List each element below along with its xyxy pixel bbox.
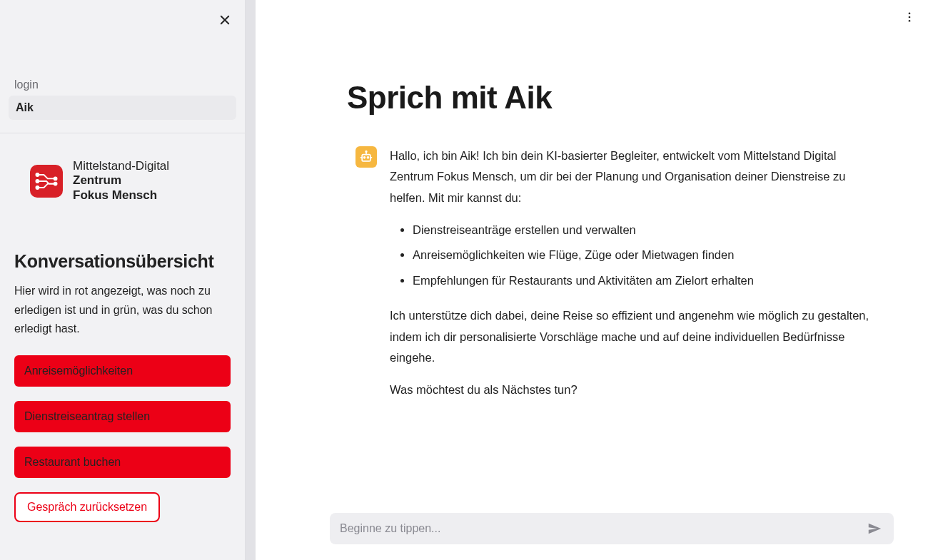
svg-point-2: [36, 173, 39, 176]
send-icon: [867, 521, 882, 536]
brand-block: Mittelstand-Digital Zentrum Fokus Mensch: [0, 133, 245, 221]
message-bullet: Empfehlungen für Restaurants und Aktivit…: [413, 270, 877, 291]
close-icon: [218, 14, 231, 26]
chat-content: Sprich mit Aik Hallo, ich bin Aik! Ich b…: [256, 0, 928, 502]
reset-conversation-button[interactable]: Gespräch zurücksetzen: [14, 492, 160, 522]
assistant-message-body: Hallo, ich bin Aik! Ich bin dein KI-basi…: [390, 146, 877, 412]
svg-point-9: [909, 20, 911, 22]
brand-line-3: Fokus Mensch: [73, 188, 169, 203]
svg-point-12: [365, 151, 367, 153]
login-label: login: [14, 78, 245, 91]
todo-button-travel-options[interactable]: Anreisemöglichkeiten: [14, 355, 231, 387]
message-outro-2: Was möchtest du als Nächstes tun?: [390, 380, 877, 400]
robot-icon: [359, 150, 373, 164]
chat-input[interactable]: [340, 522, 862, 535]
message-outro-1: Ich unterstütze dich dabei, deine Reise …: [390, 305, 877, 368]
page-title: Sprich mit Aik: [347, 80, 911, 116]
message-bullet: Anreisemöglichkeiten wie Flüge, Züge ode…: [413, 245, 877, 265]
svg-point-6: [54, 182, 57, 185]
send-button[interactable]: [862, 516, 887, 541]
conversation-description: Hier wird in rot angezeigt, was noch zu …: [14, 282, 231, 338]
svg-point-7: [909, 12, 911, 14]
more-vertical-icon: [903, 11, 916, 24]
svg-point-5: [54, 177, 57, 180]
assistant-message: Hallo, ich bin Aik! Ich bin dein KI-basi…: [355, 146, 877, 412]
sidebar-scroll-strip[interactable]: [246, 0, 256, 560]
close-sidebar-button[interactable]: [216, 11, 233, 29]
message-bullet-list: Dienstreiseanträge erstellen und verwalt…: [390, 220, 877, 291]
circuit-icon: [34, 168, 59, 194]
more-menu-button[interactable]: [901, 9, 918, 26]
brand-line-1: Mittelstand-Digital: [73, 159, 169, 173]
brand-line-2: Zentrum: [73, 173, 169, 188]
login-field[interactable]: Aik: [9, 96, 236, 120]
svg-point-14: [368, 157, 369, 158]
todo-button-trip-request[interactable]: Dienstreiseantrag stellen: [14, 401, 231, 432]
chat-input-wrapper: [330, 513, 894, 544]
brand-logo: [30, 165, 63, 198]
chat-input-area: [256, 502, 928, 560]
sidebar: login Aik Mittelstand-Digital Zentrum Fo…: [0, 0, 246, 560]
message-bullet: Dienstreiseanträge erstellen und verwalt…: [413, 220, 877, 240]
message-intro: Hallo, ich bin Aik! Ich bin dein KI-basi…: [390, 146, 877, 208]
main-content: Sprich mit Aik Hallo, ich bin Aik! Ich b…: [256, 0, 928, 560]
assistant-avatar: [355, 146, 377, 168]
brand-text: Mittelstand-Digital Zentrum Fokus Mensch: [73, 159, 169, 203]
svg-point-4: [36, 186, 39, 189]
svg-point-13: [364, 157, 365, 158]
svg-point-8: [909, 16, 911, 19]
conversation-title: Konversationsübersicht: [14, 251, 231, 272]
todo-button-restaurant[interactable]: Restaurant buchen: [14, 447, 231, 478]
svg-point-3: [36, 180, 39, 183]
